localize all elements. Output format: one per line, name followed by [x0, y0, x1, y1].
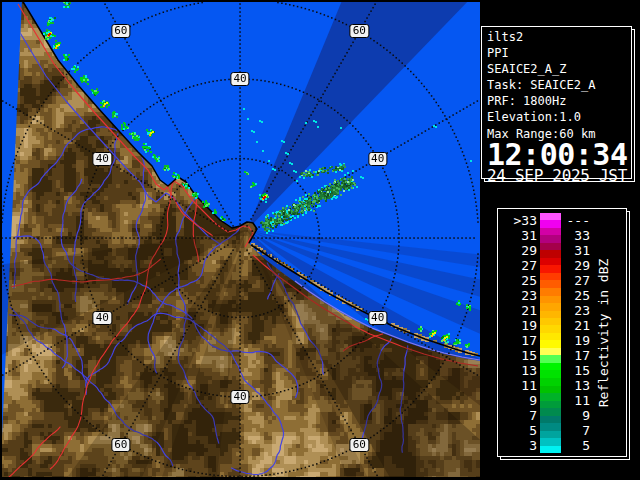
legend-left-label: 27	[498, 258, 540, 273]
legend-color-band	[540, 348, 561, 363]
legend-color-band	[540, 288, 561, 303]
legend-left-label: 29	[498, 243, 540, 258]
legend-row: 57	[498, 423, 626, 438]
info-line: Task: SEAICE2_A	[487, 77, 631, 93]
legend-right-label: 33	[561, 228, 590, 243]
legend-left-label: 15	[498, 348, 540, 363]
legend-right-label: 25	[561, 288, 590, 303]
legend-right-label: 7	[561, 423, 590, 438]
legend-row: >33---	[498, 213, 626, 228]
legend-left-label: 13	[498, 363, 540, 378]
legend-color-band	[540, 333, 561, 348]
legend-color-band	[540, 273, 561, 288]
legend-color-band	[540, 378, 561, 393]
legend-title: Reflectivity in dBZ	[596, 259, 611, 408]
legend-left-label: 17	[498, 333, 540, 348]
legend-left-label: >33	[498, 213, 540, 228]
legend-color-band	[540, 318, 561, 333]
legend-right-label: 11	[561, 393, 590, 408]
legend-right-label: 27	[561, 273, 590, 288]
legend-row: 79	[498, 408, 626, 423]
legend-right-label: 31	[561, 243, 590, 258]
legend-row: 2931	[498, 243, 626, 258]
info-line: PRF: 1800Hz	[487, 93, 631, 109]
legend-color-band	[540, 303, 561, 318]
legend-right-label: 5	[561, 438, 590, 453]
legend-right-label: 9	[561, 408, 590, 423]
legend-right-label: 19	[561, 333, 590, 348]
legend-panel: >33---3133293127292527232521231921171915…	[497, 208, 627, 457]
radar-screen: 40404040404060606060 ilts2PPISEAICE2_A_Z…	[0, 0, 640, 480]
info-line: ilts2	[487, 29, 631, 45]
info-line: PPI	[487, 45, 631, 61]
info-line: SEAICE2_A_Z	[487, 61, 631, 77]
legend-left-label: 9	[498, 393, 540, 408]
legend-color-band	[540, 438, 561, 453]
legend-left-label: 3	[498, 438, 540, 453]
legend-right-label: ---	[561, 213, 590, 228]
legend-left-label: 23	[498, 288, 540, 303]
info-line: Elevation:1.0	[487, 109, 631, 125]
legend-color-band	[540, 213, 561, 228]
legend-left-label: 31	[498, 228, 540, 243]
legend-color-band	[540, 228, 561, 243]
legend-left-label: 19	[498, 318, 540, 333]
legend-row: 35	[498, 438, 626, 453]
legend-color-band	[540, 408, 561, 423]
legend-color-band	[540, 393, 561, 408]
legend-right-label: 23	[561, 303, 590, 318]
legend-left-label: 11	[498, 378, 540, 393]
legend-right-label: 15	[561, 363, 590, 378]
legend-color-band	[540, 423, 561, 438]
legend-left-label: 25	[498, 273, 540, 288]
legend-right-label: 13	[561, 378, 590, 393]
legend-right-label: 29	[561, 258, 590, 273]
legend-color-band	[540, 258, 561, 273]
clock-date: 24 SEP 2025 JST	[487, 169, 631, 183]
legend-left-label: 5	[498, 423, 540, 438]
clock-time: 12:00:34	[487, 143, 631, 166]
radar-map-canvas	[0, 0, 480, 480]
info-panel: ilts2PPISEAICE2_A_ZTask: SEAICE2_APRF: 1…	[481, 26, 632, 179]
legend-right-label: 21	[561, 318, 590, 333]
legend-left-label: 7	[498, 408, 540, 423]
legend-color-band	[540, 243, 561, 258]
legend-right-label: 17	[561, 348, 590, 363]
legend-color-band	[540, 363, 561, 378]
legend-left-label: 21	[498, 303, 540, 318]
legend-row: 3133	[498, 228, 626, 243]
info-lines: ilts2PPISEAICE2_A_ZTask: SEAICE2_APRF: 1…	[487, 29, 631, 142]
